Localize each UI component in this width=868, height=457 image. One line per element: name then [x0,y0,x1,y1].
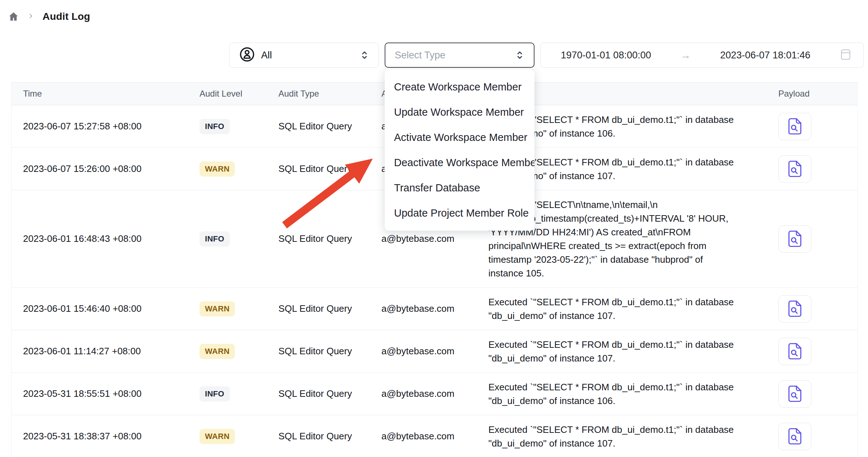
dropdown-item[interactable]: Update Project Member Role [385,200,534,226]
audit-type-cell: SQL Editor Query [267,373,370,415]
time-cell: 2023-05-31 18:55:51 +08:00 [12,373,188,415]
filter-bar: All Select Type 1970-01-01 08:00:00 → 20… [229,43,864,68]
comment-line: Executed `"SELECT * FROM db_ui_demo.t1;"… [488,338,734,351]
payload-cell [767,330,858,372]
calendar-icon [840,48,852,62]
payload-view-button[interactable] [778,225,811,253]
payload-view-button[interactable] [778,423,811,450]
comment-line: "db_ui_demo" of instance 107. [488,436,615,450]
comment-line: Executed `"SELECT * FROM db_ui_demo.t1;"… [488,423,734,436]
file-search-icon [788,160,802,177]
payload-view-button[interactable] [778,338,811,365]
comment-line: principal\nWHERE created_ts >= extract(e… [488,239,706,253]
comment-cell: Executed `"SELECT * FROM db_ui_demo.t1;"… [477,373,767,415]
audit-level-badge: INFO [200,386,230,401]
dropdown-item[interactable]: Activate Workspace Member [385,125,534,150]
column-header: Audit Level [188,83,267,105]
payload-view-button[interactable] [778,155,811,183]
payload-view-button[interactable] [778,380,811,408]
audit-type-cell: SQL Editor Query [267,190,370,287]
audit-type-cell: SQL Editor Query [267,148,370,190]
audit-type-cell: SQL Editor Query [267,415,370,457]
audit-level-cell: INFO [188,105,267,147]
comment-cell: Executed `"SELECT * FROM db_ui_demo.t1;"… [477,330,767,372]
payload-cell [767,373,858,415]
audit-level-badge: INFO [200,119,230,134]
audit-level-cell: WARN [188,148,267,190]
payload-cell [767,288,858,330]
audit-level-cell: INFO [188,373,267,415]
time-cell: 2023-06-01 15:46:40 +08:00 [12,288,188,330]
date-range-picker[interactable]: 1970-01-01 08:00:00 → 2023-06-07 18:01:4… [540,43,864,68]
comment-line: timestamp '2023-05-22');"` in database "… [488,253,703,266]
payload-cell [767,415,858,457]
audit-level-cell: WARN [188,288,267,330]
file-search-icon [788,343,802,360]
dropdown-item[interactable]: Create Workspace Member [385,74,534,99]
comment-cell: Executed `"SELECT * FROM db_ui_demo.t1;"… [477,288,767,330]
file-search-icon [788,118,802,135]
audit-level-badge: WARN [200,161,235,177]
table-row: 2023-06-01 15:46:40 +08:00WARNSQL Editor… [12,288,857,330]
comment-line: Executed `"SELECT * FROM db_ui_demo.t1;"… [488,380,734,394]
actor-cell: a@bytebase.com [370,373,477,415]
time-cell: 2023-06-07 15:26:00 +08:00 [12,148,188,190]
audit-level-badge: WARN [200,344,235,359]
audit-level-badge: WARN [200,429,235,444]
audit-type-cell: SQL Editor Query [267,330,370,372]
column-header: Payload [767,83,858,105]
table-row: 2023-05-31 18:55:51 +08:00INFOSQL Editor… [12,373,857,415]
date-start[interactable]: 1970-01-01 08:00:00 [561,50,651,61]
chevron-updown-icon [359,49,370,61]
file-search-icon [788,428,802,445]
comment-line: instance 105. [488,266,544,280]
chevron-updown-icon [514,49,525,61]
home-icon[interactable] [8,11,19,22]
chevron-right-icon [28,13,34,21]
type-dropdown-menu: Create Workspace MemberUpdate Workspace … [385,69,534,231]
comment-cell: Executed `"SELECT * FROM db_ui_demo.t1;"… [477,415,767,457]
file-search-icon [788,300,802,317]
actor-cell: a@bytebase.com [370,415,477,457]
audit-type-cell: SQL Editor Query [267,105,370,147]
type-filter-placeholder: Select Type [395,50,446,61]
type-filter-select[interactable]: Select Type [385,43,534,68]
payload-view-button[interactable] [778,295,811,323]
user-filter-select[interactable]: All [229,43,379,68]
audit-level-cell: INFO [188,190,267,287]
payload-cell [767,190,858,287]
payload-view-button[interactable] [778,113,811,140]
audit-type-cell: SQL Editor Query [267,288,370,330]
comment-line: "db_ui_demo" of instance 106. [488,394,615,408]
table-row: 2023-05-31 18:38:37 +08:00WARNSQL Editor… [12,415,857,457]
person-circle-icon [239,46,255,64]
time-cell: 2023-06-07 15:27:58 +08:00 [12,105,188,147]
dropdown-item[interactable]: Transfer Database [385,175,534,200]
time-cell: 2023-05-31 18:38:37 +08:00 [12,415,188,457]
comment-line: Executed `"SELECT * FROM db_ui_demo.t1;"… [488,295,734,309]
actor-cell: a@bytebase.com [370,330,477,372]
audit-level-cell: WARN [188,330,267,372]
arrow-right-icon: → [680,49,691,61]
column-header: Audit Type [267,83,370,105]
payload-cell [767,148,858,190]
dropdown-item[interactable]: Update Workspace Member [385,99,534,125]
actor-cell: a@bytebase.com [370,288,477,330]
page-title: Audit Log [42,11,90,22]
file-search-icon [788,385,802,402]
audit-level-badge: INFO [200,231,230,247]
time-cell: 2023-06-01 11:14:27 +08:00 [12,330,188,372]
user-filter-value: All [261,50,272,61]
comment-line: "db_ui_demo" of instance 107. [488,309,615,323]
breadcrumb: Audit Log [8,11,90,22]
date-end[interactable]: 2023-06-07 18:01:46 [720,50,810,61]
time-cell: 2023-06-01 16:48:43 +08:00 [12,190,188,287]
payload-cell [767,105,858,147]
column-header: Time [12,83,188,105]
comment-line: "db_ui_demo" of instance 107. [488,351,615,365]
file-search-icon [788,230,802,247]
audit-level-badge: WARN [200,301,235,316]
audit-level-cell: WARN [188,415,267,457]
table-row: 2023-06-01 11:14:27 +08:00WARNSQL Editor… [12,330,857,373]
dropdown-item[interactable]: Deactivate Workspace Member [385,150,534,175]
